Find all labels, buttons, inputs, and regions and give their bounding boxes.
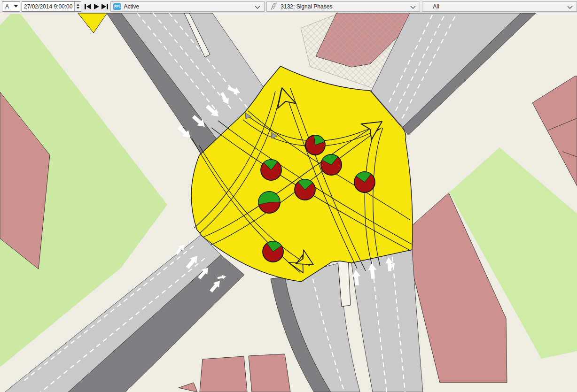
spinner-up-icon[interactable] xyxy=(77,4,79,6)
view-selector-button[interactable]: A xyxy=(2,1,20,12)
view-mode-value: 3132: Signal Phases xyxy=(281,3,332,10)
signal-pie[interactable] xyxy=(305,135,325,155)
filter-combo[interactable]: All xyxy=(422,1,577,12)
step-last-icon xyxy=(101,3,109,10)
rpl-badge: RPL xyxy=(113,3,121,10)
signal-pie[interactable] xyxy=(258,192,280,213)
dropdown-arrow-icon xyxy=(14,5,18,8)
chevron-down-icon xyxy=(255,6,260,9)
replication-value: Active xyxy=(124,3,139,10)
spinner-down-icon[interactable] xyxy=(77,7,79,9)
play-icon xyxy=(93,3,100,10)
filter-value: All xyxy=(433,3,439,10)
signal-pie[interactable] xyxy=(295,179,315,200)
datetime-spinner[interactable] xyxy=(74,2,81,11)
view-selector-label: A xyxy=(2,2,12,11)
building xyxy=(200,356,247,392)
replication-combo[interactable]: RPL Active xyxy=(110,1,265,12)
chevron-down-icon xyxy=(567,6,573,9)
signal-phases-icon xyxy=(268,2,279,11)
step-first-button[interactable] xyxy=(84,3,92,10)
media-controls xyxy=(84,3,109,10)
datetime-field[interactable]: 27/02/2014 9:00:00 xyxy=(22,1,81,12)
building xyxy=(249,354,290,392)
step-first-icon xyxy=(84,3,92,10)
signal-pie[interactable] xyxy=(321,154,342,175)
view-mode-combo[interactable]: 3132: Signal Phases xyxy=(266,1,420,12)
datetime-value: 27/02/2014 9:00:00 xyxy=(22,3,74,10)
toolbar: A 27/02/2014 9:00:00 RPL xyxy=(0,0,577,13)
signal-pie[interactable] xyxy=(261,160,281,180)
signal-pie[interactable] xyxy=(354,172,375,192)
signal-pie[interactable] xyxy=(263,241,283,262)
map-viewport[interactable] xyxy=(0,13,577,392)
step-last-button[interactable] xyxy=(101,3,109,10)
play-button[interactable] xyxy=(93,3,100,10)
chevron-down-icon xyxy=(410,6,416,9)
